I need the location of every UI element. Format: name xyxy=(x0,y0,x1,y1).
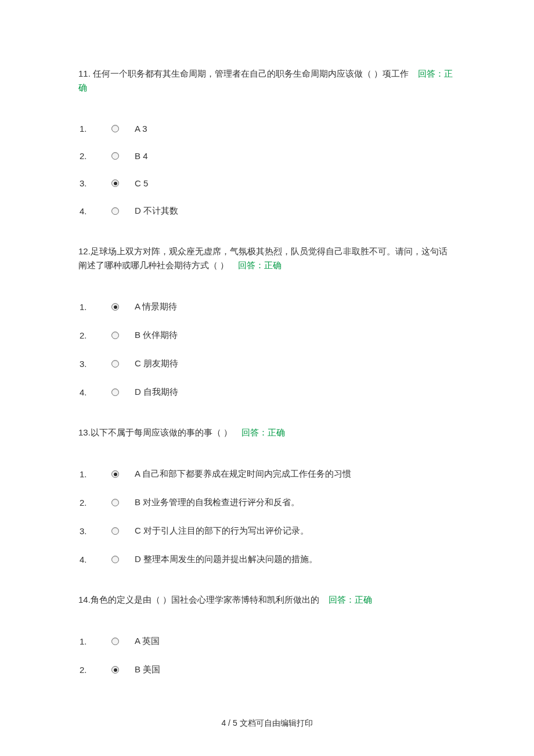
option-row: 1. A 自己和部下都要养成在规定时间内完成工作任务的习惯 xyxy=(80,469,456,480)
radio-icon xyxy=(111,499,119,506)
option-text: A 自己和部下都要养成在规定时间内完成工作任务的习惯 xyxy=(135,469,351,480)
radio-button[interactable] xyxy=(111,388,135,396)
radio-icon xyxy=(111,360,119,368)
radio-button[interactable] xyxy=(111,303,135,311)
option-number: 2. xyxy=(80,330,111,340)
option-number: 1. xyxy=(80,302,111,312)
option-text: D 自我期待 xyxy=(135,387,178,398)
option-row: 3. C 朋友期待 xyxy=(80,358,456,369)
option-number: 1. xyxy=(80,469,111,479)
radio-button[interactable] xyxy=(111,207,135,215)
question-13-stem: 13.以下不属于每周应该做的事的事（ ） xyxy=(78,427,232,437)
option-number: 1. xyxy=(80,636,111,646)
option-row: 1. A 3 xyxy=(80,124,456,134)
option-number: 2. xyxy=(80,665,111,675)
question-12-text: 12.足球场上双方对阵，观众座无虚席，气氛极其热烈，队员觉得自己非取胜不可。请问… xyxy=(78,244,456,272)
option-number: 3. xyxy=(80,526,111,536)
option-row: 4. D 自我期待 xyxy=(80,387,456,398)
option-number: 2. xyxy=(80,498,111,507)
option-text: D 整理本周发生的问题并提出解决问题的措施。 xyxy=(135,554,317,565)
option-text: C 对于引人注目的部下的行为写出评价记录。 xyxy=(135,525,309,537)
radio-button[interactable] xyxy=(111,125,135,132)
radio-button[interactable] xyxy=(111,332,135,339)
question-14: 14.角色的定义是由（ ）国社会心理学家蒂博特和凯利所做出的 回答：正确 1. … xyxy=(78,593,456,675)
radio-button[interactable] xyxy=(111,556,135,563)
question-14-text: 14.角色的定义是由（ ）国社会心理学家蒂博特和凯利所做出的 回答：正确 xyxy=(78,593,456,607)
option-row: 1. A 英国 xyxy=(80,636,456,647)
question-14-answer: 回答：正确 xyxy=(329,595,372,604)
question-14-options: 1. A 英国 2. B 美国 xyxy=(80,636,456,675)
question-13-options: 1. A 自己和部下都要养成在规定时间内完成工作任务的习惯 2. B 对业务管理… xyxy=(80,469,456,565)
radio-button[interactable] xyxy=(111,179,135,187)
question-11-stem: 11. 任何一个职务都有其生命周期，管理者在自己的职务生命周期内应该做（ ）项工… xyxy=(78,69,409,78)
question-11-options: 1. A 3 2. B 4 3. C 5 4. D 不计其数 xyxy=(80,124,456,217)
radio-icon xyxy=(111,388,119,396)
radio-icon xyxy=(111,332,119,339)
option-number: 3. xyxy=(80,178,111,188)
question-13-text: 13.以下不属于每周应该做的事的事（ ） 回答：正确 xyxy=(78,426,456,440)
option-text: A 英国 xyxy=(135,636,160,647)
question-11-text: 11. 任何一个职务都有其生命周期，管理者在自己的职务生命周期内应该做（ ）项工… xyxy=(78,67,456,95)
radio-icon xyxy=(111,207,119,215)
radio-icon xyxy=(111,179,119,187)
option-row: 2. B 4 xyxy=(80,151,456,161)
question-12-options: 1. A 情景期待 2. B 伙伴期待 3. C 朋友期待 4. D 自我期待 xyxy=(80,301,456,398)
question-11: 11. 任何一个职务都有其生命周期，管理者在自己的职务生命周期内应该做（ ）项工… xyxy=(78,67,456,217)
radio-icon xyxy=(111,638,119,645)
radio-button[interactable] xyxy=(111,152,135,160)
radio-button[interactable] xyxy=(111,499,135,506)
radio-button[interactable] xyxy=(111,638,135,645)
option-number: 4. xyxy=(80,206,111,216)
radio-icon xyxy=(111,152,119,160)
radio-button[interactable] xyxy=(111,666,135,674)
option-text: D 不计其数 xyxy=(135,206,178,217)
option-number: 2. xyxy=(80,151,111,161)
option-row: 2. B 伙伴期待 xyxy=(80,330,456,341)
radio-button[interactable] xyxy=(111,360,135,368)
option-number: 3. xyxy=(80,359,111,369)
option-row: 2. B 对业务管理的自我检查进行评分和反省。 xyxy=(80,497,456,508)
radio-icon xyxy=(111,470,119,478)
question-12: 12.足球场上双方对阵，观众座无虚席，气氛极其热烈，队员觉得自己非取胜不可。请问… xyxy=(78,244,456,398)
option-row: 2. B 美国 xyxy=(80,664,456,675)
radio-icon xyxy=(111,303,119,311)
option-text: B 美国 xyxy=(135,664,160,675)
option-number: 4. xyxy=(80,555,111,564)
option-text: A 3 xyxy=(135,124,147,134)
option-number: 1. xyxy=(80,124,111,134)
question-12-answer: 回答：正确 xyxy=(238,260,282,270)
radio-icon xyxy=(111,556,119,563)
option-row: 4. D 整理本周发生的问题并提出解决问题的措施。 xyxy=(80,554,456,565)
option-text: A 情景期待 xyxy=(135,301,177,312)
option-text: B 对业务管理的自我检查进行评分和反省。 xyxy=(135,497,300,508)
option-row: 3. C 5 xyxy=(80,178,456,188)
radio-icon xyxy=(111,125,119,132)
question-13-answer: 回答：正确 xyxy=(241,427,285,437)
radio-icon xyxy=(111,527,119,535)
option-text: B 伙伴期待 xyxy=(135,330,178,341)
option-row: 1. A 情景期待 xyxy=(80,301,456,312)
radio-button[interactable] xyxy=(111,527,135,535)
radio-button[interactable] xyxy=(111,470,135,478)
page-footer: 4 / 5 文档可自由编辑打印 xyxy=(0,718,534,729)
question-13: 13.以下不属于每周应该做的事的事（ ） 回答：正确 1. A 自己和部下都要养… xyxy=(78,426,456,565)
option-text: B 4 xyxy=(135,151,148,161)
option-text: C 朋友期待 xyxy=(135,358,178,369)
option-text: C 5 xyxy=(135,178,148,188)
option-number: 4. xyxy=(80,387,111,397)
question-14-stem: 14.角色的定义是由（ ）国社会心理学家蒂博特和凯利所做出的 xyxy=(78,595,319,604)
option-row: 3. C 对于引人注目的部下的行为写出评价记录。 xyxy=(80,525,456,537)
option-row: 4. D 不计其数 xyxy=(80,206,456,217)
radio-icon xyxy=(111,666,119,674)
